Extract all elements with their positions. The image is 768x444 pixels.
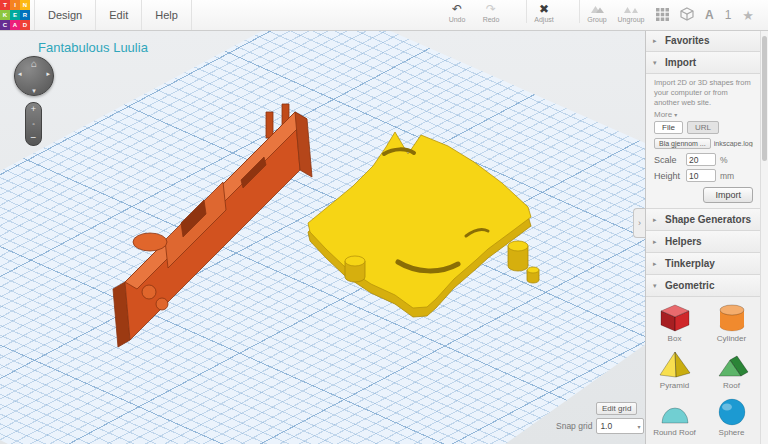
chevron-right-icon: ▸ bbox=[653, 37, 661, 45]
tinkercad-app: T I N K E R C A D Design Edit Help ↶ Und… bbox=[0, 0, 768, 444]
import-tabs: File URL bbox=[654, 121, 753, 134]
logo-cell: E bbox=[10, 10, 20, 20]
logo-cell: T bbox=[0, 0, 10, 10]
chevron-down-icon: ▾ bbox=[653, 59, 661, 67]
logo-cell: N bbox=[20, 0, 30, 10]
import-description: Import 2D or 3D shapes from your compute… bbox=[654, 78, 753, 107]
text-tool-icon[interactable]: A bbox=[705, 9, 714, 21]
import-panel: Import 2D or 3D shapes from your compute… bbox=[646, 74, 761, 209]
section-label: Geometric bbox=[665, 280, 714, 291]
logo-cell: R bbox=[20, 10, 30, 20]
menu-design[interactable]: Design bbox=[35, 0, 96, 30]
shape-pyramid[interactable]: Pyramid bbox=[646, 347, 703, 394]
logo-cell: A bbox=[10, 20, 20, 30]
models-layer bbox=[0, 30, 645, 444]
height-unit: mm bbox=[720, 171, 734, 181]
shape-sphere[interactable]: Sphere bbox=[703, 394, 760, 441]
scale-label: Scale bbox=[654, 155, 686, 165]
round-roof-shape-icon bbox=[646, 397, 703, 427]
snap-grid-value: 1.0 bbox=[600, 421, 612, 431]
blocks-icon[interactable] bbox=[656, 8, 669, 23]
shape-label: Cylinder bbox=[703, 334, 760, 343]
viewport-3d[interactable]: Fantabulous Luulia ⌂ ◂ ▸ ▾ + ▫ − bbox=[0, 30, 645, 444]
adjust-icon: ✖ bbox=[527, 3, 561, 16]
adjust-button[interactable]: ✖ Adjust bbox=[526, 0, 561, 23]
redo-button[interactable]: ↷ Redo bbox=[474, 0, 508, 23]
chevron-right-icon: ▸ bbox=[653, 238, 661, 246]
model-orange-bracket[interactable] bbox=[113, 104, 312, 347]
logo-cell: K bbox=[0, 10, 10, 20]
shape-round-roof[interactable]: Round Roof bbox=[646, 394, 703, 441]
topbar-right-icons: A 1 ★ bbox=[656, 0, 754, 30]
pyramid-shape-icon bbox=[646, 350, 703, 380]
geometric-shapes-grid: Box Cylinder Pyramid Roof bbox=[646, 297, 761, 444]
snap-grid-label: Snap grid bbox=[556, 421, 592, 431]
shape-box[interactable]: Box bbox=[646, 300, 703, 347]
redo-label: Redo bbox=[474, 16, 508, 23]
section-tinkerplay[interactable]: ▸ Tinkerplay bbox=[646, 253, 761, 275]
box-shape-icon bbox=[646, 303, 703, 333]
undo-button[interactable]: ↶ Undo bbox=[440, 0, 474, 23]
file-row: Bla gjennom ... inkscape.logo.svg bbox=[654, 138, 753, 149]
scale-unit: % bbox=[720, 155, 728, 165]
section-helpers[interactable]: ▸ Helpers bbox=[646, 231, 761, 253]
shape-label: Roof bbox=[703, 381, 760, 390]
shape-label: Box bbox=[646, 334, 703, 343]
logo-cell: D bbox=[20, 20, 30, 30]
scrollbar-thumb[interactable] bbox=[762, 36, 767, 161]
chevron-down-icon: ▾ bbox=[653, 282, 661, 290]
group-icon bbox=[580, 3, 614, 16]
chevron-right-icon: ▸ bbox=[653, 216, 661, 224]
scrollbar[interactable] bbox=[760, 30, 768, 444]
section-label: Shape Generators bbox=[665, 214, 751, 225]
section-shape-generators[interactable]: ▸ Shape Generators bbox=[646, 209, 761, 231]
edit-grid-button[interactable]: Edit grid bbox=[596, 402, 637, 415]
shape-cylinder[interactable]: Cylinder bbox=[703, 300, 760, 347]
adjust-label: Adjust bbox=[527, 16, 561, 23]
height-label: Height bbox=[654, 171, 686, 181]
logo-cell: I bbox=[10, 0, 20, 10]
model-imported-svg[interactable] bbox=[308, 132, 539, 317]
more-label: More bbox=[654, 110, 672, 119]
file-name: inkscape.logo.svg bbox=[714, 140, 753, 147]
snap-grid-row: Snap grid 1.0 ▾ bbox=[556, 418, 644, 434]
section-label: Tinkerplay bbox=[665, 258, 715, 269]
scale-field-row: Scale % bbox=[654, 153, 753, 166]
tab-url[interactable]: URL bbox=[687, 121, 719, 134]
logo-cell: C bbox=[0, 20, 10, 30]
numbers-icon[interactable]: 1 bbox=[725, 9, 732, 21]
shape-roof[interactable]: Roof bbox=[703, 347, 760, 394]
panel-collapse-handle[interactable]: › bbox=[633, 208, 645, 238]
shape-label: Round Roof bbox=[646, 428, 703, 437]
section-favorites[interactable]: ▸ Favorites bbox=[646, 30, 761, 52]
scale-input[interactable] bbox=[686, 153, 716, 166]
star-icon[interactable]: ★ bbox=[742, 8, 754, 23]
ungroup-icon bbox=[614, 3, 648, 16]
tinkercad-logo[interactable]: T I N K E R C A D bbox=[0, 0, 30, 30]
shape-label: Pyramid bbox=[646, 381, 703, 390]
tab-file[interactable]: File bbox=[654, 121, 683, 134]
height-input[interactable] bbox=[686, 169, 716, 182]
group-label: Group bbox=[580, 16, 614, 23]
topbar: T I N K E R C A D Design Edit Help ↶ Und… bbox=[0, 0, 768, 31]
section-label: Favorites bbox=[665, 35, 709, 46]
browse-button[interactable]: Bla gjennom ... bbox=[654, 138, 711, 149]
shape-label: Sphere bbox=[703, 428, 760, 437]
chevron-down-icon: ▾ bbox=[637, 423, 640, 430]
snap-grid-select[interactable]: 1.0 ▾ bbox=[596, 418, 644, 434]
menu-help[interactable]: Help bbox=[142, 0, 192, 30]
menu-edit[interactable]: Edit bbox=[96, 0, 142, 30]
import-button[interactable]: Import bbox=[703, 187, 753, 203]
chevron-down-icon: ▾ bbox=[674, 111, 677, 118]
chevron-right-icon: ▸ bbox=[653, 260, 661, 268]
ungroup-button[interactable]: Ungroup bbox=[614, 0, 648, 23]
section-label: Helpers bbox=[665, 236, 702, 247]
section-import[interactable]: ▾ Import bbox=[646, 52, 761, 74]
group-button[interactable]: Group bbox=[579, 0, 614, 23]
ungroup-label: Ungroup bbox=[614, 16, 648, 23]
more-link[interactable]: More ▾ bbox=[654, 110, 753, 119]
cube-icon[interactable] bbox=[680, 7, 694, 23]
main-menu: Design Edit Help bbox=[34, 0, 192, 30]
section-geometric[interactable]: ▾ Geometric bbox=[646, 275, 761, 297]
height-field-row: Height mm bbox=[654, 169, 753, 182]
